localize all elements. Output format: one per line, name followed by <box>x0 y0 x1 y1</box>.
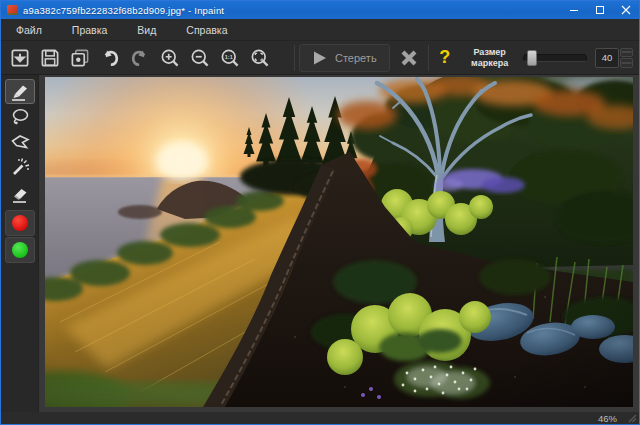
open-image-icon <box>9 47 31 69</box>
redo-icon <box>129 47 151 69</box>
question-icon: ? <box>439 47 450 68</box>
erase-button-label: Стереть <box>335 52 377 64</box>
marker-size-slider-handle[interactable] <box>527 50 537 66</box>
marker-color-green-button[interactable] <box>5 237 35 263</box>
zoom-in-icon <box>159 47 181 69</box>
undo-icon <box>99 47 121 69</box>
spin-down-button[interactable] <box>620 58 633 68</box>
titlebar: a9a382c759fb222832f68b2d909.jpg* - Inpai… <box>1 1 639 19</box>
chevron-up-icon <box>621 51 632 53</box>
open-image-button[interactable] <box>6 44 34 72</box>
zoom-out-icon <box>189 47 211 69</box>
save-button[interactable] <box>36 44 64 72</box>
window-controls <box>561 1 639 19</box>
green-circle-icon <box>12 242 28 258</box>
help-button[interactable]: ? <box>431 44 459 72</box>
x-icon <box>400 49 418 67</box>
window-title: a9a382c759fb222832f68b2d909.jpg* - Inpai… <box>23 5 224 16</box>
show-original-icon <box>69 47 91 69</box>
undo-button[interactable] <box>96 44 124 72</box>
zoom-out-button[interactable] <box>186 44 214 72</box>
chevron-down-icon <box>621 62 632 64</box>
menu-view[interactable]: Вид <box>122 19 171 41</box>
toolbar: 1:1 Стереть ? Размер <box>1 41 639 75</box>
toolbar-separator <box>294 45 295 71</box>
lasso-tool-button[interactable] <box>5 104 35 129</box>
image-canvas[interactable] <box>39 75 639 412</box>
zoom-level-text: 46% <box>598 413 617 424</box>
marker-size-value[interactable]: 40 <box>595 48 619 68</box>
zoom-actual-size-button[interactable]: 1:1 <box>216 44 244 72</box>
close-button[interactable] <box>613 1 639 19</box>
magic-wand-tool-button[interactable] <box>5 154 35 179</box>
spin-up-button[interactable] <box>620 48 633 58</box>
maximize-icon <box>595 5 605 15</box>
marker-size-label: Размер маркера <box>463 47 517 69</box>
erase-button[interactable]: Стереть <box>299 44 390 72</box>
zoom-fit-icon <box>249 47 271 69</box>
redo-button[interactable] <box>126 44 154 72</box>
statusbar: 46% <box>1 412 639 424</box>
save-icon <box>39 47 61 69</box>
eraser-icon <box>9 184 31 204</box>
zoom-in-button[interactable] <box>156 44 184 72</box>
show-original-button[interactable] <box>66 44 94 72</box>
svg-text:1:1: 1:1 <box>225 53 233 59</box>
zoom-fit-button[interactable] <box>246 44 274 72</box>
maximize-button[interactable] <box>587 1 613 19</box>
resize-grip[interactable] <box>628 414 637 423</box>
zoom-actual-size-icon: 1:1 <box>219 47 241 69</box>
polygon-lasso-icon <box>9 132 31 152</box>
toolbar-separator <box>428 45 429 71</box>
marker-size-slider[interactable] <box>523 54 587 62</box>
lasso-icon <box>9 107 31 127</box>
marker-icon <box>9 82 31 102</box>
marker-color-red-button[interactable] <box>5 210 35 236</box>
marker-size-spinner <box>620 48 633 68</box>
menubar: Файл Правка Вид Справка <box>1 19 639 41</box>
cancel-button[interactable] <box>392 44 426 72</box>
tools-sidebar <box>1 75 39 412</box>
polygon-lasso-tool-button[interactable] <box>5 129 35 154</box>
inpaint-app-icon <box>7 5 18 15</box>
photo-landscape-sunset-garden[interactable] <box>45 77 633 407</box>
main-area <box>1 75 639 412</box>
menu-file[interactable]: Файл <box>1 19 57 41</box>
play-icon <box>312 50 328 66</box>
menu-help[interactable]: Справка <box>171 19 242 41</box>
marker-tool-button[interactable] <box>5 79 35 104</box>
red-circle-icon <box>12 215 28 231</box>
menu-edit[interactable]: Правка <box>57 19 122 41</box>
inpaint-window: a9a382c759fb222832f68b2d909.jpg* - Inpai… <box>0 0 640 425</box>
eraser-tool-button[interactable] <box>5 181 35 206</box>
magic-wand-icon <box>9 157 31 177</box>
minimize-icon <box>569 5 579 15</box>
close-icon <box>621 5 631 15</box>
minimize-button[interactable] <box>561 1 587 19</box>
